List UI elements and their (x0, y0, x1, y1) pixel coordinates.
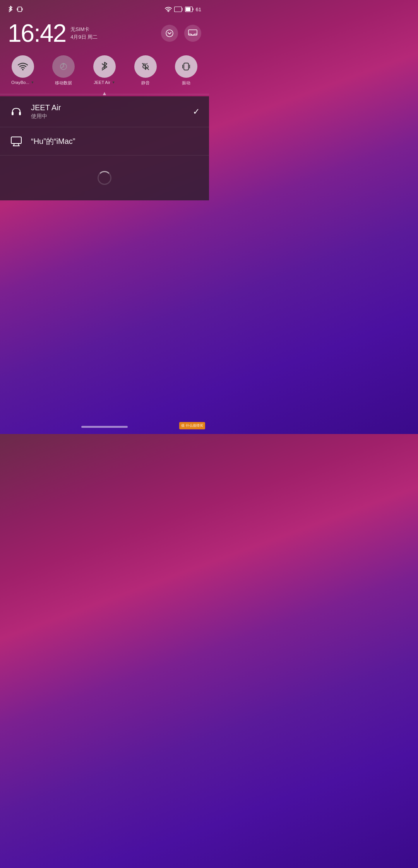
clock-left: 16:42 无SIM卡 4月9日 周二 (8, 21, 98, 46)
svg-line-0 (9, 11, 10, 12)
vibrate-label: 振动 (182, 80, 190, 86)
loading-spinner (98, 171, 111, 185)
collapse-arrow[interactable]: ▲ (102, 90, 107, 96)
imac-name: “Hu”的“iMac” (31, 136, 200, 147)
divider-area: ▲ (0, 90, 209, 96)
toggle-bluetooth[interactable]: JEET Air ▼ (86, 55, 123, 86)
svg-rect-20 (182, 65, 183, 68)
status-bar: 61 (0, 0, 209, 17)
no-sim-label: 无SIM卡 (70, 26, 98, 33)
svg-point-4 (168, 11, 169, 12)
svg-rect-13 (188, 30, 197, 35)
battery-level-icon (185, 7, 194, 12)
clock-right[interactable] (161, 25, 201, 42)
loading-area (0, 155, 209, 200)
toggle-silent[interactable]: 静音 (127, 55, 164, 86)
svg-rect-8 (182, 9, 183, 10)
battery-level-text: 61 (196, 7, 201, 12)
status-right-icons: 61 (165, 7, 201, 12)
svg-rect-5 (174, 7, 182, 12)
svg-rect-1 (18, 7, 22, 12)
jeet-air-status: 使用中 (31, 113, 185, 120)
svg-rect-10 (186, 7, 190, 11)
date-label: 4月9日 周二 (70, 34, 98, 41)
svg-rect-11 (193, 9, 194, 10)
vibrate-toggle-circle[interactable] (175, 55, 197, 78)
svg-rect-2 (17, 8, 18, 10)
wifi-label: OrayBo... (11, 80, 29, 85)
expand-button[interactable] (161, 25, 178, 42)
battery-outline-icon (174, 7, 183, 12)
svg-rect-3 (22, 8, 23, 10)
wifi-dropdown-arrow: ▼ (31, 80, 34, 84)
silent-label: 静音 (141, 80, 150, 86)
quick-toggles-bar: OrayBo... ▼ 移动数据 JEET Air ▼ (0, 51, 209, 88)
data-label: 移动数据 (55, 80, 72, 86)
watermark: 值 什么值得买 (179, 422, 205, 429)
imac-text: “Hu”的“iMac” (31, 136, 200, 147)
connected-checkmark: ✓ (193, 107, 200, 117)
date-info: 无SIM卡 4月9日 周二 (70, 26, 98, 41)
headphones-icon (9, 105, 23, 119)
svg-point-17 (145, 68, 146, 70)
silent-toggle-circle[interactable] (134, 55, 157, 78)
svg-rect-21 (189, 65, 190, 68)
svg-point-14 (22, 69, 24, 70)
bt-device-jeet-air[interactable]: JEET Air 使用中 ✓ (0, 96, 209, 127)
bluetooth-dropdown-panel: JEET Air 使用中 ✓ “Hu”的“iMac” (0, 96, 209, 200)
svg-rect-24 (11, 137, 21, 144)
jeet-air-name: JEET Air (31, 103, 185, 112)
current-time: 16:42 (8, 21, 66, 46)
bt-label: JEET Air (94, 80, 110, 85)
status-left-icons (8, 6, 23, 13)
wifi-toggle-circle[interactable] (12, 55, 34, 78)
clock-area: 16:42 无SIM卡 4月9日 周二 (0, 17, 209, 51)
jeet-air-text: JEET Air 使用中 (31, 103, 185, 120)
bluetooth-status-icon (8, 6, 13, 13)
inbox-button[interactable] (184, 25, 201, 42)
svg-point-12 (166, 30, 173, 37)
wifi-status-icon (165, 7, 172, 12)
computer-icon (9, 134, 23, 148)
toggle-wifi[interactable]: OrayBo... ▼ (4, 55, 42, 86)
bt-toggle-circle[interactable] (93, 55, 116, 78)
vibrate-status-icon (16, 6, 23, 13)
svg-rect-23 (19, 112, 21, 115)
bt-dropdown-arrow: ▼ (112, 80, 115, 84)
data-toggle-circle[interactable] (52, 55, 75, 78)
svg-rect-22 (12, 112, 14, 115)
home-indicator (81, 426, 128, 428)
toggle-data[interactable]: 移动数据 (45, 55, 83, 86)
svg-rect-19 (184, 63, 188, 70)
toggle-vibrate[interactable]: 振动 (167, 55, 205, 86)
bt-device-imac[interactable]: “Hu”的“iMac” (0, 127, 209, 155)
